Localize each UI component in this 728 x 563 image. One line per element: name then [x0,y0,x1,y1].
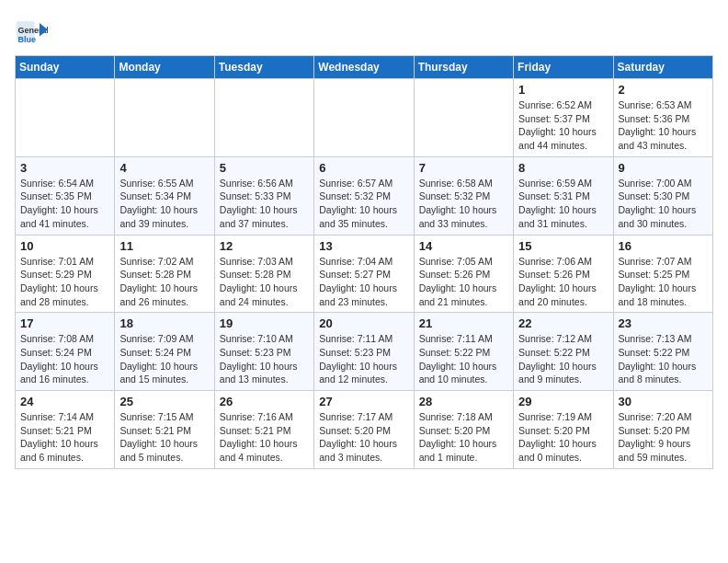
calendar-cell [115,79,214,157]
calendar-cell: 30Sunrise: 7:20 AM Sunset: 5:20 PM Dayli… [613,391,712,469]
calendar-cell [214,79,313,157]
day-number: 27 [319,395,408,408]
calendar-week-1: 1Sunrise: 6:52 AM Sunset: 5:37 PM Daylig… [16,79,713,157]
day-number: 26 [220,395,309,408]
day-number: 23 [619,316,708,330]
day-number: 9 [619,161,708,175]
day-number: 2 [619,83,708,97]
day-number: 3 [20,161,109,175]
day-number: 22 [518,316,608,330]
weekday-header-saturday: Saturday [613,56,712,79]
day-info: Sunrise: 7:16 AM Sunset: 5:21 PM Dayligh… [220,410,309,465]
calendar-cell: 11Sunrise: 7:02 AM Sunset: 5:28 PM Dayli… [115,235,214,313]
day-number: 21 [419,316,508,330]
calendar-cell: 25Sunrise: 7:15 AM Sunset: 5:21 PM Dayli… [115,391,214,469]
calendar-cell: 13Sunrise: 7:04 AM Sunset: 5:27 PM Dayli… [314,235,414,313]
calendar-cell [16,79,115,157]
calendar-cell: 3Sunrise: 6:54 AM Sunset: 5:35 PM Daylig… [16,156,115,235]
day-info: Sunrise: 6:53 AM Sunset: 5:36 PM Dayligh… [619,98,708,153]
day-info: Sunrise: 7:03 AM Sunset: 5:28 PM Dayligh… [220,255,309,309]
calendar-cell: 28Sunrise: 7:18 AM Sunset: 5:20 PM Dayli… [414,391,513,469]
day-number: 29 [518,395,608,408]
day-number: 11 [119,239,209,253]
calendar-cell: 9Sunrise: 7:00 AM Sunset: 5:30 PM Daylig… [613,156,712,235]
logo: General Blue [15,15,51,48]
calendar-table: SundayMondayTuesdayWednesdayThursdayFrid… [15,55,713,469]
calendar-cell: 14Sunrise: 7:05 AM Sunset: 5:26 PM Dayli… [414,235,513,313]
calendar-cell: 20Sunrise: 7:11 AM Sunset: 5:23 PM Dayli… [314,313,414,391]
day-number: 19 [220,316,309,330]
day-info: Sunrise: 7:05 AM Sunset: 5:26 PM Dayligh… [419,255,508,309]
calendar-week-2: 3Sunrise: 6:54 AM Sunset: 5:35 PM Daylig… [16,156,713,235]
calendar-body: 1Sunrise: 6:52 AM Sunset: 5:37 PM Daylig… [16,79,713,469]
day-info: Sunrise: 7:09 AM Sunset: 5:24 PM Dayligh… [119,332,209,386]
day-info: Sunrise: 7:02 AM Sunset: 5:28 PM Dayligh… [119,255,209,309]
calendar-cell: 6Sunrise: 6:57 AM Sunset: 5:32 PM Daylig… [314,156,414,235]
day-number: 24 [20,395,109,408]
calendar-header-row: SundayMondayTuesdayWednesdayThursdayFrid… [16,56,713,79]
calendar-cell: 17Sunrise: 7:08 AM Sunset: 5:24 PM Dayli… [16,313,115,391]
calendar-cell [314,79,414,157]
calendar-cell: 27Sunrise: 7:17 AM Sunset: 5:20 PM Dayli… [314,391,414,469]
day-info: Sunrise: 6:55 AM Sunset: 5:34 PM Dayligh… [119,177,209,231]
svg-text:Blue: Blue [18,35,37,44]
day-info: Sunrise: 7:12 AM Sunset: 5:22 PM Dayligh… [518,332,608,386]
day-number: 14 [419,239,508,253]
day-number: 15 [518,239,608,253]
logo-icon: General Blue [15,15,48,48]
day-info: Sunrise: 7:11 AM Sunset: 5:23 PM Dayligh… [319,332,408,386]
calendar-cell: 24Sunrise: 7:14 AM Sunset: 5:21 PM Dayli… [16,391,115,469]
calendar-cell: 12Sunrise: 7:03 AM Sunset: 5:28 PM Dayli… [214,235,313,313]
calendar-cell: 2Sunrise: 6:53 AM Sunset: 5:36 PM Daylig… [613,79,712,157]
page-header: General Blue [15,15,713,48]
day-number: 5 [220,161,309,175]
day-number: 6 [319,161,408,175]
calendar-cell: 29Sunrise: 7:19 AM Sunset: 5:20 PM Dayli… [514,391,613,469]
day-info: Sunrise: 7:06 AM Sunset: 5:26 PM Dayligh… [518,255,608,309]
weekday-header-friday: Friday [514,56,613,79]
day-number: 4 [119,161,209,175]
day-info: Sunrise: 7:15 AM Sunset: 5:21 PM Dayligh… [119,410,209,465]
calendar-cell: 16Sunrise: 7:07 AM Sunset: 5:25 PM Dayli… [613,235,712,313]
calendar-cell: 15Sunrise: 7:06 AM Sunset: 5:26 PM Dayli… [514,235,613,313]
day-info: Sunrise: 7:08 AM Sunset: 5:24 PM Dayligh… [20,332,109,386]
calendar-cell: 7Sunrise: 6:58 AM Sunset: 5:32 PM Daylig… [414,156,513,235]
calendar-week-4: 17Sunrise: 7:08 AM Sunset: 5:24 PM Dayli… [16,313,713,391]
calendar-cell: 8Sunrise: 6:59 AM Sunset: 5:31 PM Daylig… [514,156,613,235]
day-info: Sunrise: 7:01 AM Sunset: 5:29 PM Dayligh… [20,255,109,309]
calendar-cell [414,79,513,157]
calendar-cell: 23Sunrise: 7:13 AM Sunset: 5:22 PM Dayli… [613,313,712,391]
day-info: Sunrise: 7:00 AM Sunset: 5:30 PM Dayligh… [619,177,708,231]
day-number: 28 [419,395,508,408]
day-number: 25 [119,395,209,408]
day-info: Sunrise: 6:56 AM Sunset: 5:33 PM Dayligh… [220,177,309,231]
day-info: Sunrise: 7:13 AM Sunset: 5:22 PM Dayligh… [619,332,708,386]
day-info: Sunrise: 6:52 AM Sunset: 5:37 PM Dayligh… [518,98,608,153]
calendar-cell: 26Sunrise: 7:16 AM Sunset: 5:21 PM Dayli… [214,391,313,469]
calendar-cell: 19Sunrise: 7:10 AM Sunset: 5:23 PM Dayli… [214,313,313,391]
day-info: Sunrise: 6:54 AM Sunset: 5:35 PM Dayligh… [20,177,109,231]
weekday-header-sunday: Sunday [16,56,115,79]
calendar-cell: 18Sunrise: 7:09 AM Sunset: 5:24 PM Dayli… [115,313,214,391]
day-info: Sunrise: 7:17 AM Sunset: 5:20 PM Dayligh… [319,410,408,465]
calendar-cell: 1Sunrise: 6:52 AM Sunset: 5:37 PM Daylig… [514,79,613,157]
day-info: Sunrise: 7:11 AM Sunset: 5:22 PM Dayligh… [419,332,508,386]
day-number: 17 [20,316,109,330]
day-number: 7 [419,161,508,175]
day-info: Sunrise: 7:19 AM Sunset: 5:20 PM Dayligh… [518,410,608,465]
calendar-week-3: 10Sunrise: 7:01 AM Sunset: 5:29 PM Dayli… [16,235,713,313]
calendar-cell: 10Sunrise: 7:01 AM Sunset: 5:29 PM Dayli… [16,235,115,313]
calendar-cell: 22Sunrise: 7:12 AM Sunset: 5:22 PM Dayli… [514,313,613,391]
day-number: 10 [20,239,109,253]
day-info: Sunrise: 6:57 AM Sunset: 5:32 PM Dayligh… [319,177,408,231]
day-info: Sunrise: 6:58 AM Sunset: 5:32 PM Dayligh… [419,177,508,231]
weekday-header-wednesday: Wednesday [314,56,414,79]
weekday-header-tuesday: Tuesday [214,56,313,79]
day-number: 1 [518,83,608,97]
weekday-header-monday: Monday [115,56,214,79]
day-number: 20 [319,316,408,330]
calendar-cell: 21Sunrise: 7:11 AM Sunset: 5:22 PM Dayli… [414,313,513,391]
day-info: Sunrise: 7:18 AM Sunset: 5:20 PM Dayligh… [419,410,508,465]
day-number: 30 [619,395,708,408]
day-number: 12 [220,239,309,253]
